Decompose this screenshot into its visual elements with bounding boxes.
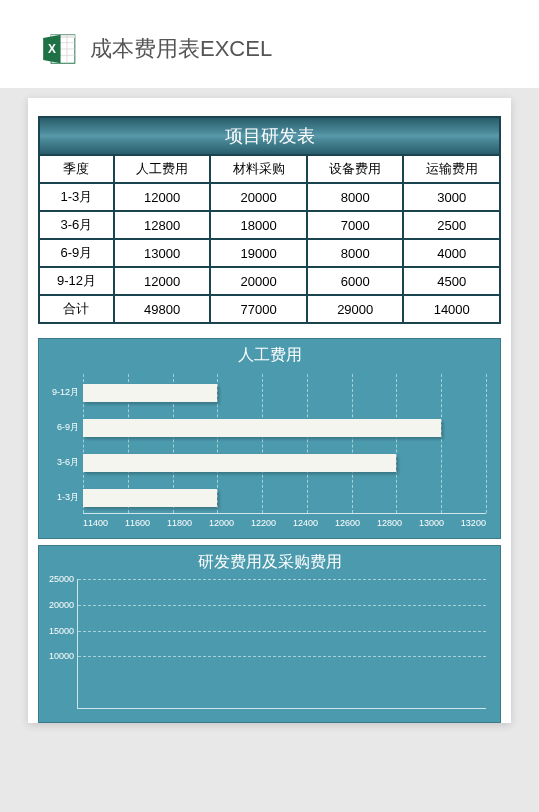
row-label: 合计	[39, 295, 114, 323]
bar	[83, 384, 217, 402]
svg-text:X: X	[48, 42, 56, 56]
bar-category-label: 6-9月	[45, 421, 79, 434]
rd-purchase-chart: 研发费用及采购费用 10000150002000025000	[38, 545, 501, 723]
xtick: 13000	[419, 518, 444, 528]
cell: 4500	[403, 267, 500, 295]
xtick: 11600	[125, 518, 150, 528]
cell: 6000	[307, 267, 404, 295]
chart1-plot: 9-12月6-9月3-6月1-3月	[83, 374, 486, 514]
row-label: 6-9月	[39, 239, 114, 267]
col-header: 材料采购	[210, 155, 307, 183]
ytick: 10000	[46, 651, 74, 661]
xtick: 12800	[377, 518, 402, 528]
xtick: 13200	[461, 518, 486, 528]
bar-category-label: 9-12月	[45, 386, 79, 399]
cell: 12000	[114, 183, 211, 211]
ytick: 25000	[46, 574, 74, 584]
xtick: 12600	[335, 518, 360, 528]
row-label: 9-12月	[39, 267, 114, 295]
col-header: 人工费用	[114, 155, 211, 183]
xtick: 12000	[209, 518, 234, 528]
cell: 8000	[307, 183, 404, 211]
table-row: 6-9月 13000 19000 8000 4000	[39, 239, 500, 267]
bar	[83, 419, 441, 437]
cell: 7000	[307, 211, 404, 239]
chart2-title: 研发费用及采购费用	[47, 552, 492, 573]
row-label: 3-6月	[39, 211, 114, 239]
col-header: 运输费用	[403, 155, 500, 183]
chart1-xaxis: 1140011600118001200012200124001260012800…	[83, 514, 486, 528]
cell: 12800	[114, 211, 211, 239]
bar	[83, 489, 217, 507]
table-title: 项目研发表	[39, 117, 500, 155]
table-row: 9-12月 12000 20000 6000 4500	[39, 267, 500, 295]
col-header: 季度	[39, 155, 114, 183]
table-row: 1-3月 12000 20000 8000 3000	[39, 183, 500, 211]
bar-category-label: 3-6月	[45, 456, 79, 469]
excel-icon: X	[40, 30, 78, 68]
ytick: 20000	[46, 600, 74, 610]
cell: 12000	[114, 267, 211, 295]
chart1-title: 人工费用	[47, 345, 492, 366]
cell: 18000	[210, 211, 307, 239]
cell: 20000	[210, 183, 307, 211]
xtick: 12400	[293, 518, 318, 528]
cell: 77000	[210, 295, 307, 323]
xtick: 11400	[83, 518, 108, 528]
xtick: 12200	[251, 518, 276, 528]
table-header-row: 季度 人工费用 材料采购 设备费用 运输费用	[39, 155, 500, 183]
cell: 13000	[114, 239, 211, 267]
col-header: 设备费用	[307, 155, 404, 183]
table-row: 3-6月 12800 18000 7000 2500	[39, 211, 500, 239]
table-row-total: 合计 49800 77000 29000 14000	[39, 295, 500, 323]
cell: 3000	[403, 183, 500, 211]
cell: 49800	[114, 295, 211, 323]
page-title: 成本费用表EXCEL	[90, 34, 272, 64]
chart2-plot: 10000150002000025000	[77, 579, 486, 709]
cell: 8000	[307, 239, 404, 267]
cell: 29000	[307, 295, 404, 323]
ytick: 15000	[46, 626, 74, 636]
app-header: X 成本费用表EXCEL	[0, 0, 539, 88]
cell: 14000	[403, 295, 500, 323]
document-preview: 项目研发表 季度 人工费用 材料采购 设备费用 运输费用 1-3月 12000 …	[28, 98, 511, 723]
cell: 19000	[210, 239, 307, 267]
bar	[83, 454, 396, 472]
bar-category-label: 1-3月	[45, 491, 79, 504]
xtick: 11800	[167, 518, 192, 528]
labor-cost-chart: 人工费用 9-12月6-9月3-6月1-3月 11400116001180012…	[38, 338, 501, 539]
data-table-wrap: 项目研发表 季度 人工费用 材料采购 设备费用 运输费用 1-3月 12000 …	[28, 98, 511, 332]
cell: 2500	[403, 211, 500, 239]
cost-table: 项目研发表 季度 人工费用 材料采购 设备费用 运输费用 1-3月 12000 …	[38, 116, 501, 324]
row-label: 1-3月	[39, 183, 114, 211]
cell: 4000	[403, 239, 500, 267]
cell: 20000	[210, 267, 307, 295]
